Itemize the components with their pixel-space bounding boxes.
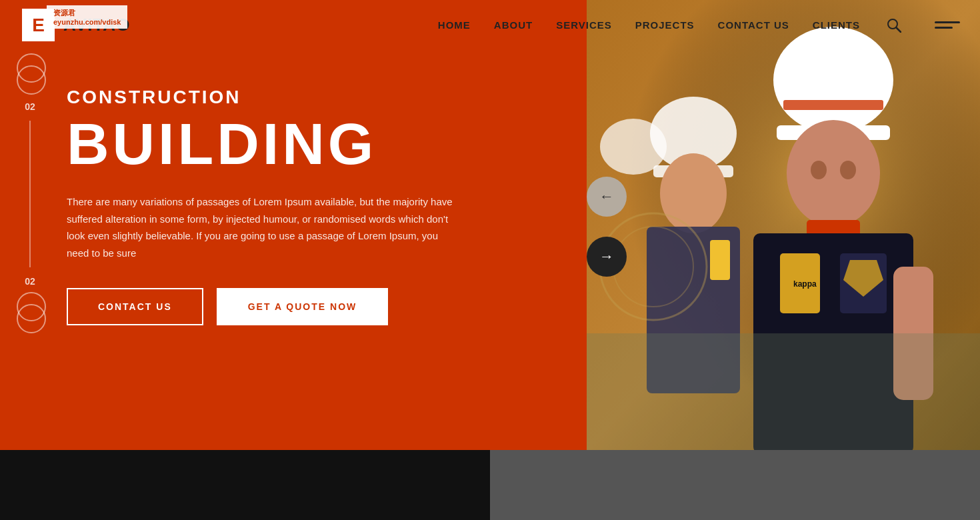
prev-arrow-button[interactable]: ← [587,177,627,217]
nav-about[interactable]: ABOUT [494,19,533,31]
prev-arrow-icon: ← [599,188,614,205]
logo-area: E AVITAO 资源君eyunzhu.com/vdisk [20,7,130,43]
svg-rect-9 [783,100,883,110]
hero-image: kappa [587,0,980,450]
hero-section: kappa E AVITAO 资源君eyunzhu.com/vdisk HOME [0,0,980,450]
nav-clients[interactable]: CLIENTS [813,19,860,31]
deco-circles-bottom [13,292,47,332]
contact-us-button[interactable]: CONTACT US [67,288,203,325]
hero-buttons: CONTACT US GET A QUOTE NOW [67,288,587,325]
slide-number-top: 02 [25,101,35,112]
main-nav: HOME ABOUT SERVICES PROJECTS CONTACT US … [438,13,960,38]
search-icon [887,18,901,33]
hero-title: BUILDING [67,115,587,173]
nav-projects[interactable]: PROJECTS [635,19,695,31]
next-arrow-icon: → [599,248,614,265]
svg-point-20 [600,119,667,175]
hamburger-line-1 [935,21,960,23]
next-arrow-button[interactable]: → [587,237,627,277]
svg-point-4 [660,153,727,233]
svg-point-10 [787,120,880,227]
hero-svg: kappa [587,0,980,450]
search-button[interactable] [883,15,905,36]
bottom-left-panel [0,450,490,520]
header: E AVITAO 资源君eyunzhu.com/vdisk HOME ABOUT… [0,0,980,50]
bottom-strip [0,450,980,520]
hero-content: CONSTRUCTION BUILDING There are many var… [67,87,587,325]
slide-number-bottom: 02 [25,276,35,287]
nav-contact[interactable]: CONTACT US [718,19,789,31]
svg-rect-6 [710,240,730,280]
deco-circles-top [13,53,47,93]
svg-text:kappa: kappa [793,279,817,289]
get-quote-button[interactable]: GET A QUOTE NOW [217,288,389,325]
deco-line [29,121,31,267]
svg-point-12 [840,161,856,179]
logo-watermark: 资源君eyunzhu.com/vdisk [47,5,127,29]
svg-point-11 [811,161,827,179]
hamburger-button[interactable] [935,13,960,38]
svg-rect-21 [587,333,980,450]
nav-services[interactable]: SERVICES [556,19,612,31]
hero-subtitle: CONSTRUCTION [67,87,587,108]
hamburger-line-2 [935,27,953,29]
bottom-right-panel [490,450,980,520]
side-decorations: 02 02 [13,53,47,332]
svg-line-25 [897,27,901,32]
nav-home[interactable]: HOME [438,19,471,31]
logo-letter: E [32,15,45,36]
hero-description: There are many variations of passages of… [67,193,453,261]
